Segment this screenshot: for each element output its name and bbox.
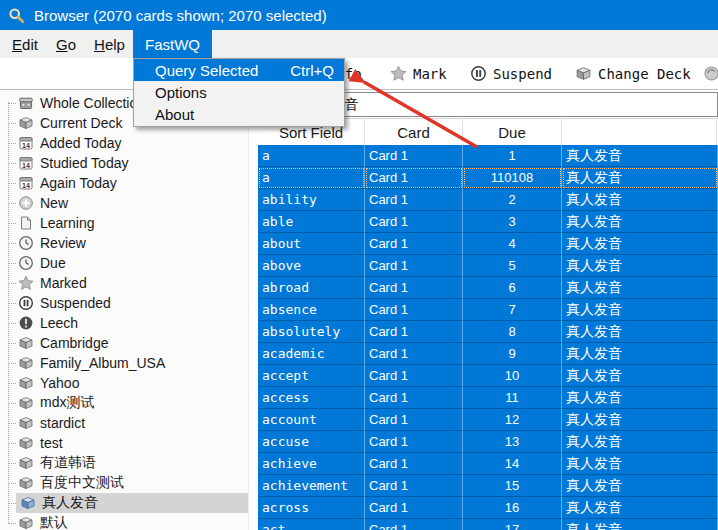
cell-due[interactable]: 13 [463, 431, 562, 453]
toolbar-suspend-button[interactable]: Suspend [470, 58, 552, 89]
cell-sort-field[interactable]: ability [258, 189, 365, 211]
cell-sort-field[interactable]: about [258, 233, 365, 255]
table-row[interactable]: absolutelyCard 18真人发音 [258, 321, 718, 343]
column-header-card[interactable]: Card [365, 119, 463, 145]
menu-item-about[interactable]: About [134, 103, 344, 125]
table-row[interactable]: abilityCard 12真人发音 [258, 189, 718, 211]
cell-due[interactable]: 1 [463, 145, 562, 167]
menu-go[interactable]: Go [46, 30, 86, 58]
sidebar-item-due[interactable]: Due [0, 253, 248, 273]
table-row[interactable]: accessCard 111真人发音 [258, 387, 718, 409]
table-row[interactable]: aCard 1110108真人发音 [258, 167, 718, 189]
cell-due[interactable]: 15 [463, 475, 562, 497]
cell-sort-field[interactable]: act [258, 519, 365, 530]
sidebar-item-cambridge[interactable]: Cambridge [0, 333, 248, 353]
table-row[interactable]: acrossCard 116真人发音 [258, 497, 718, 519]
cell-deck[interactable]: 真人发音 [562, 365, 718, 387]
table-row[interactable]: acceptCard 110真人发音 [258, 365, 718, 387]
table-row[interactable]: achievementCard 115真人发音 [258, 475, 718, 497]
cell-card[interactable]: Card 1 [365, 475, 463, 497]
table-row[interactable]: accuseCard 113真人发音 [258, 431, 718, 453]
table-row[interactable]: aboutCard 14真人发音 [258, 233, 718, 255]
cell-sort-field[interactable]: achieve [258, 453, 365, 475]
cell-card[interactable]: Card 1 [365, 167, 463, 189]
sidebar-item-new[interactable]: New [0, 193, 248, 213]
cell-sort-field[interactable]: academic [258, 343, 365, 365]
cell-sort-field[interactable]: account [258, 409, 365, 431]
sidebar-item-百度中文测试[interactable]: 百度中文测试 [0, 473, 248, 493]
cell-card[interactable]: Card 1 [365, 519, 463, 530]
sidebar-item-studied-today[interactable]: 14Studied Today [0, 153, 248, 173]
sidebar-item-默认[interactable]: 默认 [0, 513, 248, 530]
cell-deck[interactable]: 真人发音 [562, 497, 718, 519]
cell-deck[interactable]: 真人发音 [562, 211, 718, 233]
sidebar-item-stardict[interactable]: stardict [0, 413, 248, 433]
menu-item-options[interactable]: Options [134, 81, 344, 103]
cell-sort-field[interactable]: accept [258, 365, 365, 387]
table-row[interactable]: academicCard 19真人发音 [258, 343, 718, 365]
column-header-deck[interactable] [562, 119, 717, 145]
cell-deck[interactable]: 真人发音 [562, 145, 718, 167]
sidebar-item-leech[interactable]: Leech [0, 313, 248, 333]
menu-help[interactable]: Help [86, 30, 133, 58]
sidebar-splitter[interactable] [248, 90, 258, 530]
cell-sort-field[interactable]: a [258, 145, 365, 167]
cell-due[interactable]: 110108 [463, 167, 562, 189]
cell-deck[interactable]: 真人发音 [562, 167, 718, 189]
cell-due[interactable]: 7 [463, 299, 562, 321]
cell-deck[interactable]: 真人发音 [562, 321, 718, 343]
cell-card[interactable]: Card 1 [365, 321, 463, 343]
sidebar-item-family-album-usa[interactable]: Family_Album_USA [0, 353, 248, 373]
sidebar-item-有道韩语[interactable]: 有道韩语 [0, 453, 248, 473]
table-row[interactable]: achieveCard 114真人发音 [258, 453, 718, 475]
cell-due[interactable]: 16 [463, 497, 562, 519]
table-row[interactable]: ableCard 13真人发音 [258, 211, 718, 233]
cell-sort-field[interactable]: a [258, 167, 365, 189]
cell-card[interactable]: Card 1 [365, 233, 463, 255]
menu-edit[interactable]: Edit [4, 30, 46, 58]
toolbar-change-deck-button[interactable]: Change Deck [575, 58, 691, 89]
cell-sort-field[interactable]: absolutely [258, 321, 365, 343]
cell-due[interactable]: 6 [463, 277, 562, 299]
cell-deck[interactable]: 真人发音 [562, 255, 718, 277]
toolbar-extra-button[interactable] [703, 58, 718, 89]
cell-due[interactable]: 9 [463, 343, 562, 365]
cell-sort-field[interactable]: accuse [258, 431, 365, 453]
table-row[interactable]: abroadCard 16真人发音 [258, 277, 718, 299]
table-row[interactable]: absenceCard 17真人发音 [258, 299, 718, 321]
cell-deck[interactable]: 真人发音 [562, 299, 718, 321]
menu-item-query-selected[interactable]: Query SelectedCtrl+Q [134, 59, 344, 81]
cell-card[interactable]: Card 1 [365, 299, 463, 321]
sidebar-item-review[interactable]: Review [0, 233, 248, 253]
cell-due[interactable]: 12 [463, 409, 562, 431]
cell-deck[interactable]: 真人发音 [562, 431, 718, 453]
cell-card[interactable]: Card 1 [365, 145, 463, 167]
cell-card[interactable]: Card 1 [365, 453, 463, 475]
sidebar-item-mdx测试[interactable]: mdx测试 [0, 393, 248, 413]
cell-sort-field[interactable]: abroad [258, 277, 365, 299]
cell-due[interactable]: 5 [463, 255, 562, 277]
sidebar-item-again-today[interactable]: 14Again Today [0, 173, 248, 193]
cell-due[interactable]: 3 [463, 211, 562, 233]
cell-card[interactable]: Card 1 [365, 211, 463, 233]
cell-sort-field[interactable]: above [258, 255, 365, 277]
cell-sort-field[interactable]: able [258, 211, 365, 233]
cell-card[interactable]: Card 1 [365, 497, 463, 519]
cell-deck[interactable]: 真人发音 [562, 387, 718, 409]
cell-due[interactable]: 2 [463, 189, 562, 211]
column-header-due[interactable]: Due [463, 119, 562, 145]
toolbar-mark-button[interactable]: Mark [390, 58, 447, 89]
cell-card[interactable]: Card 1 [365, 189, 463, 211]
sidebar-item-真人发音[interactable]: 真人发音 [16, 493, 248, 513]
cell-sort-field[interactable]: achievement [258, 475, 365, 497]
cell-sort-field[interactable]: across [258, 497, 365, 519]
cell-card[interactable]: Card 1 [365, 277, 463, 299]
cell-card[interactable]: Card 1 [365, 255, 463, 277]
cell-due[interactable]: 4 [463, 233, 562, 255]
sidebar-item-suspended[interactable]: Suspended [0, 293, 248, 313]
cell-deck[interactable]: 真人发音 [562, 189, 718, 211]
cell-due[interactable]: 8 [463, 321, 562, 343]
cell-deck[interactable]: 真人发音 [562, 277, 718, 299]
cell-deck[interactable]: 真人发音 [562, 409, 718, 431]
sidebar-item-yahoo[interactable]: Yahoo [0, 373, 248, 393]
